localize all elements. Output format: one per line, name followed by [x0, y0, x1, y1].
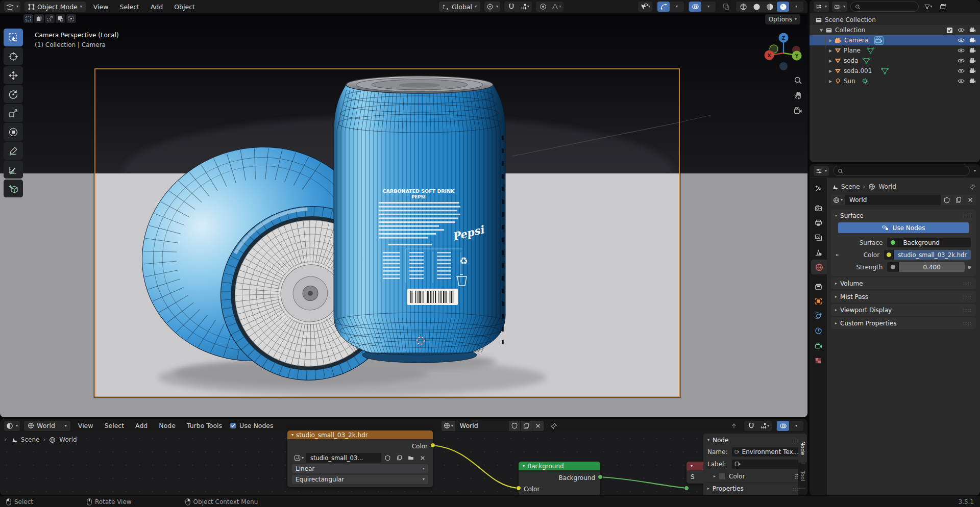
proportional-editing-toggle[interactable] [537, 2, 549, 12]
tab-texture[interactable] [810, 353, 827, 368]
shading-rendered-button[interactable] [777, 2, 789, 12]
select-mode-new[interactable] [23, 14, 33, 23]
world-name-field[interactable]: World [845, 195, 941, 205]
surface-shader-menu[interactable]: Background [899, 238, 971, 247]
color-value-field[interactable]: studio_small_03_2k.hdr [894, 250, 971, 260]
menu-select[interactable]: Select [101, 421, 128, 430]
world-id-dropdown[interactable]: ▾ [442, 421, 455, 431]
tab-output[interactable] [810, 215, 827, 230]
open-image-button[interactable] [405, 453, 416, 463]
color-swatch[interactable] [719, 473, 726, 480]
options-button[interactable]: Options▾ [765, 14, 800, 24]
fake-user-button[interactable] [382, 453, 393, 463]
node-canvas[interactable]: › Scene › World ▾ studio_small_03_2k.hdr… [0, 432, 807, 495]
copy-button[interactable] [394, 453, 405, 463]
hide-eye-icon[interactable] [958, 27, 965, 33]
overlays-dropdown[interactable]: ▾ [790, 421, 802, 431]
render-visibility-icon[interactable] [969, 68, 976, 74]
select-mode-subtract[interactable] [45, 14, 55, 23]
hide-eye-icon[interactable] [958, 47, 965, 54]
snap-settings-dropdown[interactable]: ▾ [758, 421, 771, 431]
axis-neg-z[interactable] [779, 62, 788, 70]
node-label-field[interactable] [732, 460, 801, 469]
outliner-filter-dropdown[interactable]: ▾ [922, 2, 934, 12]
viewport-canvas[interactable]: CARBONATED SOFT DRINK PEPSI Pepsi ♻ [0, 13, 807, 417]
go-to-parent-button[interactable] [728, 421, 740, 431]
strength-value-slider[interactable]: 0.400 [899, 262, 965, 272]
hide-eye-icon[interactable] [958, 68, 965, 74]
outliner-filter-id-type[interactable]: ▾ [832, 2, 847, 12]
render-visibility-icon[interactable] [969, 47, 976, 54]
menu-turbo-tools[interactable]: Turbo Tools [183, 421, 226, 430]
expand-icon[interactable]: ▶ [827, 48, 834, 53]
outliner-row-scene-collection[interactable]: Scene Collection [810, 15, 980, 25]
pan-button[interactable] [791, 89, 804, 102]
world-id-dropdown[interactable]: ▾ [831, 195, 845, 205]
outliner-row-collection[interactable]: ▼ Collection [810, 25, 980, 35]
node-name-field[interactable]: Environment Tex... [732, 447, 801, 457]
camera-view-button[interactable] [791, 104, 804, 117]
drag-handle-icon[interactable]: :::: [963, 294, 972, 299]
tab-world[interactable] [811, 260, 827, 274]
zoom-button[interactable] [791, 73, 804, 87]
render-visibility-icon[interactable] [969, 27, 976, 33]
tab-view-layer[interactable] [810, 230, 827, 245]
render-visibility-icon[interactable] [969, 78, 976, 84]
shading-solid-button[interactable] [750, 2, 763, 12]
properties-options-dropdown[interactable]: ▾ [974, 169, 976, 173]
drag-handle-icon[interactable]: :::: [963, 281, 972, 286]
select-mode-extend[interactable] [34, 14, 44, 23]
menu-object[interactable]: Object [170, 2, 199, 12]
overlays-dropdown[interactable]: ▾ [702, 2, 715, 12]
socket-output-surface-in[interactable] [684, 486, 689, 491]
node-background[interactable]: ▾ Background Background Color [519, 462, 600, 495]
tab-object-data[interactable] [810, 338, 827, 353]
menu-select[interactable]: Select [116, 2, 143, 12]
soda-can-standing[interactable]: CARBONATED SOFT DRINK PEPSI Pepsi ♻ [334, 76, 505, 363]
outliner-search-input[interactable] [850, 2, 919, 12]
exclude-checkbox[interactable] [946, 27, 953, 34]
expand-icon[interactable]: ▶ [827, 59, 834, 63]
breadcrumb-world[interactable]: World [878, 183, 896, 190]
properties-search-input[interactable] [833, 166, 970, 176]
outliner-row-soda[interactable]: ▶ soda [810, 56, 980, 66]
copy-button[interactable] [521, 421, 532, 431]
tool-move[interactable] [4, 66, 23, 84]
animate-dot[interactable] [968, 266, 971, 269]
image-name-field[interactable]: studio_small_03... [306, 453, 381, 463]
copy-button[interactable] [953, 195, 964, 205]
surface-panel-header[interactable]: ▾ Surface :::: [831, 210, 976, 221]
expand-icon[interactable]: ▶ [827, 79, 834, 84]
menu-add[interactable]: Add [147, 2, 166, 12]
projection-dropdown[interactable]: Equirectangular ▾ [292, 475, 428, 484]
image-id-dropdown[interactable]: ▾ [292, 453, 306, 463]
tab-view[interactable]: View [798, 489, 807, 495]
select-mode-invert[interactable] [56, 14, 65, 23]
color-subpanel[interactable]: ▾ Color [707, 470, 801, 483]
expand-icon[interactable]: ▶ [827, 38, 834, 43]
node-environment-texture[interactable]: ▾ studio_small_03_2k.hdr Color ▾ studio_… [287, 430, 433, 487]
node-panel-header[interactable]: ▾ Node :::: [707, 435, 801, 446]
tab-object[interactable] [810, 294, 827, 309]
outliner-row-soda001[interactable]: ▶ soda.001 [810, 66, 980, 76]
background-node-header[interactable]: ▾ Background [519, 462, 600, 470]
mode-dropdown[interactable]: Object Mode ▾ [24, 2, 86, 12]
tool-scale[interactable] [4, 104, 23, 122]
tool-cursor[interactable] [4, 47, 23, 65]
expand-icon[interactable]: ▶ [827, 69, 834, 73]
show-object-types-dropdown[interactable]: ▾ [639, 2, 651, 12]
tab-render[interactable] [810, 200, 827, 215]
expand-icon[interactable]: ► [836, 252, 839, 257]
fake-user-button[interactable] [941, 195, 952, 205]
shading-material-button[interactable] [764, 2, 776, 12]
navigation-gizmo[interactable]: Z X Y [762, 32, 805, 72]
select-mode-intersect[interactable] [66, 14, 76, 23]
pivot-point-dropdown[interactable]: ▾ [484, 2, 500, 12]
interpolation-dropdown[interactable]: Linear ▾ [292, 464, 428, 473]
tool-select-box[interactable] [4, 29, 23, 46]
tool-add-cube[interactable] [4, 180, 23, 197]
tab-tool[interactable]: Tool [798, 464, 807, 488]
menu-view[interactable]: View [90, 2, 112, 12]
world-name-field[interactable]: World [456, 421, 508, 431]
falloff-dropdown[interactable]: ▾ [550, 2, 562, 12]
